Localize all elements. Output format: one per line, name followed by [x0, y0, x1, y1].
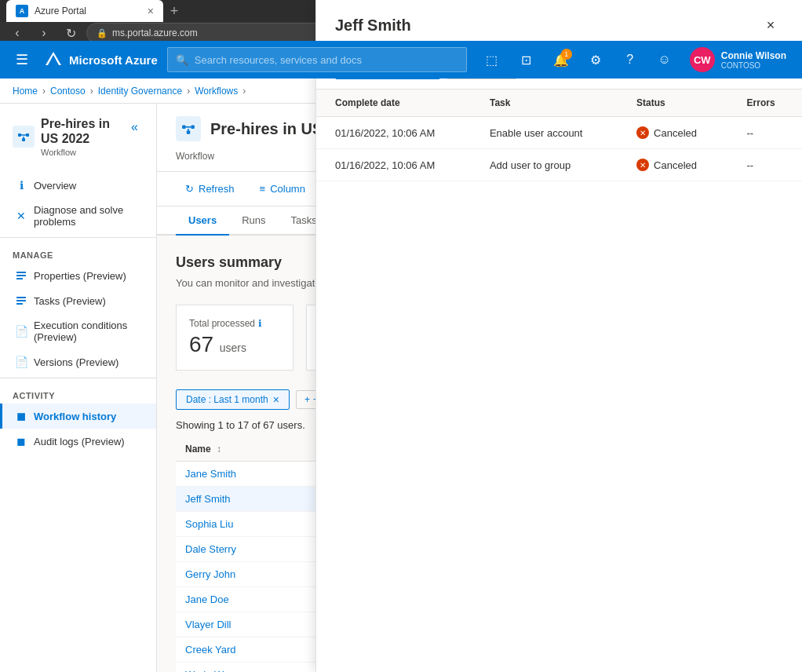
sidebar-item-versions[interactable]: 📄 Versions (Preview) — [0, 349, 156, 374]
sidebar-item-overview-label: Overview — [34, 180, 76, 192]
detail-col-task[interactable]: Task — [471, 89, 618, 117]
sidebar: Pre-hires in US 2022 Workflow « ℹ Overvi… — [0, 104, 157, 672]
breadcrumb-identity[interactable]: Identity Governance — [98, 86, 182, 97]
svg-rect-12 — [191, 126, 195, 130]
user-org: CONTOSO — [721, 61, 786, 70]
tab-close-button[interactable]: × — [148, 5, 154, 17]
detail-cell-date: 01/16/2022, 10:06 AM — [316, 117, 471, 149]
detail-panel-close-button[interactable]: × — [758, 13, 783, 38]
sidebar-item-audit-logs[interactable]: ◼ Audit logs (Preview) — [0, 429, 156, 454]
properties-icon — [15, 269, 27, 282]
portal-search-input[interactable]: 🔍 Search resources, services and docs — [167, 47, 467, 72]
portal-header: ☰ Microsoft Azure 🔍 Search resources, se… — [0, 41, 802, 79]
user-name-link[interactable]: Wade Warren — [185, 669, 247, 672]
sidebar-item-overview[interactable]: ℹ Overview — [0, 173, 156, 198]
portal-logo: Microsoft Azure — [44, 50, 158, 69]
breadcrumb-home[interactable]: Home — [13, 86, 38, 97]
detail-cell-task: Enable user account — [471, 117, 618, 149]
directory-button[interactable]: ⊡ — [511, 44, 542, 75]
page-workflow-icon — [181, 122, 195, 136]
user-name-link[interactable]: Gerry John — [185, 568, 235, 580]
detail-cell-task: Add user to group — [471, 149, 618, 181]
notifications-button[interactable]: 🔔 1 — [545, 44, 577, 75]
svg-rect-7 — [16, 278, 23, 279]
sidebar-item-properties[interactable]: Properties (Preview) — [0, 263, 156, 288]
new-tab-button[interactable]: + — [163, 0, 185, 22]
breadcrumb-contoso[interactable]: Contoso — [50, 86, 86, 97]
tab-runs[interactable]: Runs — [229, 206, 278, 236]
portal-header-actions: ⬚ ⊡ 🔔 1 ⚙ ? ☺ CW Connie Wilson CONTOSO — [476, 44, 793, 75]
sidebar-item-tasks[interactable]: Tasks (Preview) — [0, 288, 156, 313]
date-filter-chip[interactable]: Date : Last 1 month × — [176, 389, 290, 410]
sidebar-item-diagnose-label: Diagnose and solve problems — [34, 204, 144, 228]
sidebar-collapse-button[interactable]: « — [126, 116, 144, 138]
date-filter-close-icon[interactable]: × — [273, 393, 279, 406]
user-name-link[interactable]: Dale Sterry — [185, 543, 236, 555]
breadcrumb-sep-1: › — [42, 86, 46, 97]
detail-cell-errors: -- — [728, 117, 802, 149]
detail-table: Complete date Task Status Errors 01/16/2… — [316, 89, 802, 181]
sidebar-item-workflow-history[interactable]: ◼ Workflow history — [0, 404, 156, 429]
workflow-history-icon: ◼ — [15, 410, 27, 422]
activity-section-label: Activity — [0, 382, 156, 404]
sort-icon: ↕ — [217, 444, 221, 455]
svg-rect-8 — [16, 297, 26, 298]
help-button[interactable]: ? — [614, 44, 646, 75]
settings-button[interactable]: ⚙ — [580, 44, 611, 75]
info-icon-small[interactable]: ℹ — [258, 318, 262, 329]
sidebar-nav: ℹ Overview ✕ Diagnose and solve problems… — [0, 166, 156, 460]
detail-content: Complete date Task Status Errors 01/16/2… — [316, 89, 802, 672]
refresh-icon: ↻ — [185, 183, 194, 195]
user-name-link[interactable]: Sophia Liu — [185, 518, 233, 530]
svg-rect-6 — [16, 275, 26, 276]
user-name-link[interactable]: Jeff Smith — [185, 493, 231, 505]
svg-rect-11 — [182, 126, 186, 130]
detail-table-row: 01/16/2022, 10:06 AM Add user to group ✕… — [316, 149, 802, 181]
user-name-link[interactable]: Jane Doe — [185, 593, 229, 605]
workflow-icon — [17, 130, 30, 143]
detail-panel-title: Jeff Smith — [335, 16, 411, 35]
diagnose-icon: ✕ — [15, 210, 27, 222]
sidebar-item-tasks-label: Tasks (Preview) — [34, 295, 106, 307]
feedback-button[interactable]: ☺ — [649, 44, 680, 75]
canceled-status-icon: ✕ — [636, 126, 649, 139]
total-processed-value: 67 users — [189, 332, 280, 357]
svg-rect-0 — [18, 133, 21, 137]
sidebar-item-execution[interactable]: 📄 Execution conditions (Preview) — [0, 313, 156, 349]
tab-users[interactable]: Users — [176, 206, 229, 236]
sidebar-item-diagnose[interactable]: ✕ Diagnose and solve problems — [0, 198, 156, 234]
sidebar-title: Pre-hires in US 2022 — [41, 116, 126, 146]
notification-badge: 1 — [561, 49, 572, 60]
detail-cell-status: ✕ Canceled — [618, 149, 727, 181]
column-label: Column — [270, 183, 305, 195]
canceled-status-icon: ✕ — [636, 159, 649, 171]
refresh-button[interactable]: ↻ Refresh — [176, 178, 244, 199]
svg-rect-13 — [187, 130, 191, 134]
svg-rect-9 — [16, 300, 26, 301]
user-name-link[interactable]: Jane Smith — [185, 468, 236, 480]
column-button[interactable]: ≡ Column — [250, 178, 315, 199]
address-text: ms.portal.azure.com — [112, 27, 198, 38]
azure-logo-icon — [44, 50, 63, 69]
user-name-link[interactable]: Vlayer Dill — [185, 619, 231, 630]
cloud-shell-button[interactable]: ⬚ — [476, 44, 508, 75]
breadcrumb-workflows[interactable]: Workflows — [195, 86, 238, 97]
detail-col-errors[interactable]: Errors — [728, 89, 802, 117]
sidebar-item-execution-label: Execution conditions (Preview) — [34, 320, 144, 343]
total-processed-label: Total processed ℹ — [189, 318, 280, 329]
main-layout: Pre-hires in US 2022 Workflow « ℹ Overvi… — [0, 104, 802, 672]
hamburger-menu-button[interactable]: ☰ — [9, 47, 35, 72]
detail-col-date[interactable]: Complete date — [316, 89, 471, 117]
detail-col-status[interactable]: Status — [618, 89, 727, 117]
breadcrumb-sep-3: › — [187, 86, 190, 97]
user-avatar: CW — [690, 47, 715, 72]
user-initials: CW — [694, 54, 711, 66]
status-text: Canceled — [654, 159, 697, 171]
detail-cell-errors: -- — [728, 149, 802, 181]
user-name: Connie Wilson — [721, 50, 786, 61]
user-name-link[interactable]: Creek Yard — [185, 644, 236, 656]
browser-tab-azure[interactable]: A Azure Portal × — [6, 0, 163, 22]
detail-panel: Jeff Smith × Type : Canceled × + + Add f… — [315, 0, 802, 672]
sidebar-subtitle: Workflow — [41, 148, 126, 157]
user-profile-button[interactable]: CW Connie Wilson CONTOSO — [684, 44, 793, 75]
